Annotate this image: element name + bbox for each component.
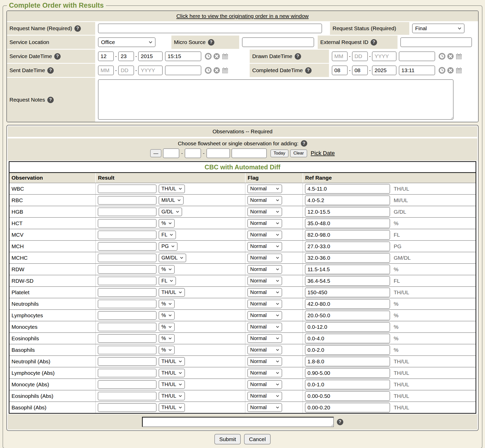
flag-select[interactable]: Normal — [247, 369, 282, 377]
completed-month-input[interactable] — [332, 65, 348, 75]
unit-select[interactable]: % — [159, 265, 175, 274]
result-input[interactable] — [98, 184, 157, 193]
flag-select[interactable]: Normal — [247, 277, 282, 285]
result-input[interactable] — [98, 219, 157, 228]
unit-select[interactable]: FL — [159, 277, 176, 285]
help-icon[interactable]: ? — [371, 39, 377, 46]
flag-select[interactable]: Normal — [247, 357, 282, 366]
flag-select[interactable]: Normal — [247, 403, 282, 412]
clear-date-icon[interactable] — [447, 52, 454, 60]
help-icon[interactable]: ? — [295, 53, 301, 60]
calendar-icon[interactable] — [221, 52, 229, 60]
flag-select[interactable]: Normal — [247, 231, 282, 239]
service-day-input[interactable] — [118, 51, 134, 61]
clear-date-icon[interactable] — [213, 67, 221, 74]
service-year-input[interactable] — [138, 51, 163, 61]
observation-note-field[interactable] — [142, 417, 334, 427]
result-input[interactable] — [98, 380, 157, 389]
cancel-button[interactable]: Cancel — [244, 434, 270, 444]
result-input[interactable] — [98, 392, 157, 400]
help-icon[interactable]: ? — [54, 53, 61, 60]
completed-time-input[interactable] — [399, 65, 435, 75]
ref-range-input[interactable] — [305, 391, 390, 401]
ref-range-input[interactable] — [305, 207, 390, 217]
unit-select[interactable]: % — [159, 311, 175, 320]
ref-range-input[interactable] — [305, 357, 390, 366]
sent-day-input[interactable] — [118, 65, 134, 75]
flag-select[interactable]: Normal — [247, 196, 282, 205]
request-status-select[interactable]: Final — [412, 24, 465, 33]
ref-range-input[interactable] — [305, 184, 390, 194]
help-icon[interactable]: ? — [74, 25, 81, 32]
unit-select[interactable]: % — [159, 334, 175, 343]
unit-select[interactable]: TH/UL — [159, 380, 185, 389]
unit-select[interactable]: PG — [159, 242, 178, 251]
unit-select[interactable]: % — [159, 346, 175, 354]
clear-date-icon[interactable] — [213, 52, 221, 60]
unit-select[interactable]: % — [159, 219, 175, 228]
clock-icon[interactable] — [204, 52, 212, 60]
unit-select[interactable]: TH/UL — [159, 288, 185, 297]
help-icon[interactable]: ? — [337, 419, 343, 425]
help-icon[interactable]: ? — [47, 97, 54, 103]
today-button[interactable]: Today — [270, 149, 289, 157]
sent-time-input[interactable] — [165, 65, 201, 75]
flag-select[interactable]: Normal — [247, 288, 282, 297]
result-input[interactable] — [98, 288, 157, 297]
result-input[interactable] — [98, 334, 157, 343]
help-icon[interactable]: ? — [47, 67, 54, 74]
collapse-button[interactable]: — — [150, 149, 161, 157]
sent-year-input[interactable] — [138, 65, 163, 75]
flag-select[interactable]: Normal — [247, 380, 282, 389]
unit-select[interactable]: TH/UL — [159, 369, 185, 377]
service-month-input[interactable] — [98, 51, 114, 61]
help-icon[interactable]: ? — [301, 140, 307, 147]
completed-year-input[interactable] — [372, 65, 396, 75]
chooser-day-input[interactable] — [185, 148, 201, 158]
ref-range-input[interactable] — [305, 242, 390, 251]
result-input[interactable] — [98, 357, 157, 366]
ref-range-input[interactable] — [305, 218, 390, 228]
unit-select[interactable]: % — [159, 300, 175, 308]
chooser-month-input[interactable] — [163, 148, 179, 158]
result-input[interactable] — [98, 277, 157, 285]
service-time-input[interactable] — [165, 51, 201, 61]
result-input[interactable] — [98, 403, 157, 412]
flag-select[interactable]: Normal — [247, 184, 282, 193]
unit-select[interactable]: G/DL — [159, 207, 182, 216]
result-input[interactable] — [98, 323, 157, 331]
drawn-month-input[interactable] — [332, 51, 348, 61]
clock-icon[interactable] — [204, 67, 212, 74]
flag-select[interactable]: Normal — [247, 265, 282, 274]
ref-range-input[interactable] — [305, 288, 390, 297]
calendar-icon[interactable] — [455, 67, 463, 74]
chooser-time-input[interactable] — [232, 148, 267, 158]
result-input[interactable] — [98, 300, 157, 308]
request-notes-textarea[interactable] — [98, 79, 454, 120]
flag-select[interactable]: Normal — [247, 392, 282, 400]
drawn-day-input[interactable] — [352, 51, 368, 61]
drawn-time-input[interactable] — [399, 51, 435, 61]
clock-icon[interactable] — [438, 67, 446, 74]
result-input[interactable] — [98, 369, 157, 377]
request-name-input[interactable] — [98, 24, 322, 33]
chooser-year-input[interactable] — [206, 148, 230, 158]
calendar-icon[interactable] — [455, 52, 463, 60]
flag-select[interactable]: Normal — [247, 323, 282, 331]
result-input[interactable] — [98, 207, 157, 216]
unit-select[interactable]: TH/UL — [159, 392, 185, 400]
ref-range-input[interactable] — [305, 299, 390, 309]
completed-day-input[interactable] — [352, 65, 368, 75]
result-input[interactable] — [98, 311, 157, 320]
flag-select[interactable]: Normal — [247, 219, 282, 228]
ref-range-input[interactable] — [305, 345, 390, 355]
sent-month-input[interactable] — [98, 65, 114, 75]
unit-select[interactable]: TH/UL — [159, 184, 185, 193]
flag-select[interactable]: Normal — [247, 346, 282, 354]
result-input[interactable] — [98, 196, 157, 205]
ref-range-input[interactable] — [305, 276, 390, 286]
result-input[interactable] — [98, 242, 157, 251]
service-location-select[interactable]: Office — [98, 37, 156, 47]
micro-source-input[interactable] — [242, 37, 314, 47]
unit-select[interactable]: % — [159, 323, 175, 331]
